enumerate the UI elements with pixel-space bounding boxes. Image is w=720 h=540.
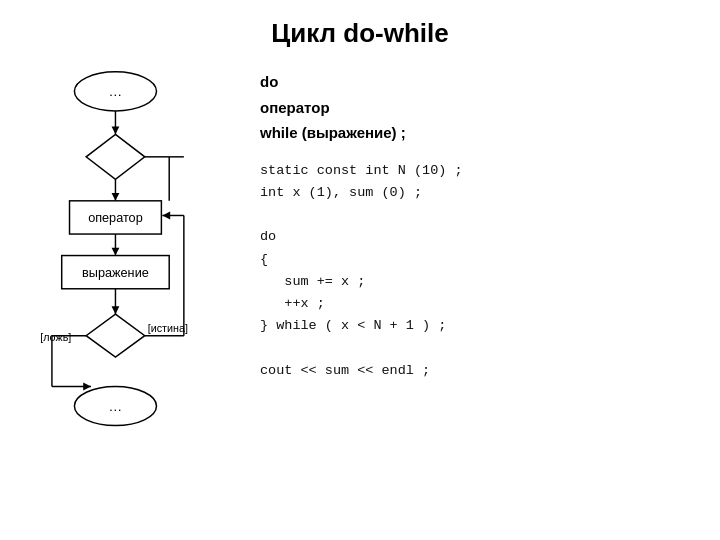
svg-marker-8 <box>112 193 120 201</box>
code-panel: do оператор while (выражение) ; static c… <box>240 64 463 498</box>
svg-marker-16 <box>112 306 120 314</box>
svg-text:выражение: выражение <box>82 266 149 280</box>
code-line-2: int x (1), sum (0) ; <box>260 182 463 204</box>
code-line-do: do <box>260 226 463 248</box>
code-line-blank2 <box>260 338 463 360</box>
code-line-inc: ++x ; <box>260 293 463 315</box>
code-line-1: static const int N (10) ; <box>260 160 463 182</box>
code-line-sum: sum += x ; <box>260 271 463 293</box>
svg-text:…: … <box>109 84 123 99</box>
syntax-description: do оператор while (выражение) ; <box>260 69 463 146</box>
syntax-operator: оператор <box>260 99 330 116</box>
page-title: Цикл do-while <box>0 0 720 59</box>
svg-marker-3 <box>112 127 120 135</box>
flowchart: … оператор выражение <box>30 64 240 498</box>
svg-marker-23 <box>162 212 170 220</box>
code-line-open: { <box>260 249 463 271</box>
svg-marker-12 <box>112 248 120 256</box>
syntax-while: while (выражение) ; <box>260 124 406 141</box>
svg-marker-27 <box>83 383 91 391</box>
svg-text:оператор: оператор <box>88 211 143 225</box>
svg-text:…: … <box>109 399 123 414</box>
code-line-blank1 <box>260 204 463 226</box>
code-line-cout: cout << sum << endl ; <box>260 360 463 382</box>
code-example: static const int N (10) ; int x (1), sum… <box>260 160 463 383</box>
svg-marker-17 <box>86 314 145 357</box>
syntax-do: do <box>260 73 278 90</box>
svg-text:[ложь]: [ложь] <box>40 331 71 343</box>
flowchart-svg: … оператор выражение <box>30 64 240 494</box>
code-line-while: } while ( x < N + 1 ) ; <box>260 315 463 337</box>
svg-text:[истина]: [истина] <box>148 322 188 334</box>
svg-marker-4 <box>86 134 145 179</box>
